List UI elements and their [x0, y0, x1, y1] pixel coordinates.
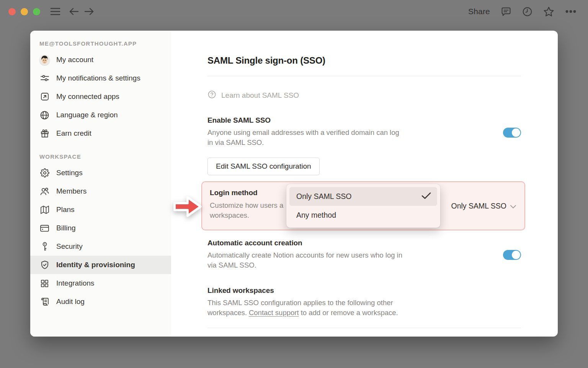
sidebar-item-my-account[interactable]: My account: [30, 51, 171, 69]
scroll-icon: [39, 297, 50, 307]
sidebar-item-label: My notifications & settings: [56, 74, 140, 82]
dropdown-option-only-saml-sso[interactable]: Only SAML SSO: [289, 187, 437, 206]
sidebar-item-settings[interactable]: Settings: [30, 164, 171, 182]
sidebar-item-integrations[interactable]: Integrations: [30, 274, 171, 292]
edit-saml-config-button[interactable]: Edit SAML SSO configuration: [207, 158, 320, 175]
checkmark-icon: [421, 192, 431, 201]
arrow-up-right-box-icon: [39, 92, 50, 102]
map-icon: [39, 205, 50, 215]
share-button[interactable]: Share: [468, 7, 490, 16]
sliders-icon: [39, 73, 50, 84]
login-method-section: Login method Customize how users a works…: [201, 181, 525, 230]
sidebar-item-identity-provisioning[interactable]: Identity & provisioning: [30, 256, 171, 274]
comments-icon[interactable]: [501, 6, 511, 17]
sidebar-item-label: Settings: [56, 169, 83, 177]
login-method-dropdown: Only SAML SSO Any method: [286, 184, 440, 228]
divider: [207, 76, 521, 76]
page-title: SAML Single sign-on (SSO): [207, 55, 521, 66]
sidebar-item-label: Audit log: [56, 297, 85, 306]
grid-icon: [39, 278, 50, 289]
automatic-account-creation-section: Automatic account creation Automatically…: [207, 239, 521, 270]
sidebar-item-label: Security: [56, 242, 83, 251]
sidebar-item-label: Integrations: [56, 279, 94, 288]
favorite-star-icon[interactable]: [543, 6, 554, 17]
workspace-caption: WORKSPACE: [30, 153, 171, 160]
sidebar-item-label: Billing: [56, 224, 76, 232]
sidebar-item-label: Plans: [56, 205, 75, 214]
toggle-knob: [512, 251, 520, 259]
forward-arrow-icon[interactable]: [84, 7, 94, 16]
sidebar-item-label: My account: [56, 56, 93, 64]
sidebar-item-label: Members: [56, 187, 87, 196]
toggle-knob: [512, 128, 520, 137]
credit-card-icon: [39, 223, 50, 233]
divider: [207, 328, 521, 328]
zoom-window-button[interactable]: [33, 8, 40, 15]
close-window-button[interactable]: [8, 8, 16, 15]
user-avatar: [39, 55, 50, 65]
chevron-down-icon: [510, 202, 516, 211]
shield-check-icon: [39, 260, 50, 270]
sidebar-item-label: Earn credit: [56, 129, 91, 138]
account-email-caption: ME@TOOLSFORTHOUGHT.APP: [30, 40, 171, 47]
help-circle-icon: [207, 90, 216, 101]
sidebar-item-earn-credit[interactable]: Earn credit: [30, 124, 171, 143]
gift-icon: [39, 128, 50, 139]
window-titlebar: Share: [0, 0, 588, 23]
minimize-window-button[interactable]: [21, 8, 28, 15]
back-arrow-icon[interactable]: [69, 7, 79, 16]
gear-icon: [39, 168, 50, 178]
enable-saml-toggle[interactable]: [503, 128, 521, 138]
sidebar-item-audit-log[interactable]: Audit log: [30, 292, 171, 311]
sidebar-item-label: Language & region: [56, 111, 118, 119]
key-icon: [39, 242, 50, 252]
members-icon: [39, 186, 50, 197]
sidebar-item-label: Identity & provisioning: [56, 261, 135, 269]
red-callout-arrow-icon: [172, 192, 203, 222]
auto-account-description: Automatically create Notion accounts for…: [207, 250, 407, 270]
linked-workspaces-section: Linked workspaces This SAML SSO configur…: [207, 286, 521, 318]
sidebar-item-plans[interactable]: Plans: [30, 200, 171, 219]
enable-saml-section: Enable SAML SSO Anyone using email addre…: [207, 116, 521, 148]
linked-workspaces-description: This SAML SSO configuration applies to t…: [207, 298, 399, 318]
sidebar-item-members[interactable]: Members: [30, 182, 171, 200]
menu-icon[interactable]: [50, 7, 60, 16]
auto-account-toggle[interactable]: [503, 250, 521, 260]
settings-sidebar: ME@TOOLSFORTHOUGHT.APP My account My not…: [30, 31, 171, 337]
sidebar-item-notifications-settings[interactable]: My notifications & settings: [30, 69, 171, 87]
more-options-icon[interactable]: [565, 10, 577, 13]
learn-about-saml-link[interactable]: Learn about SAML SSO: [207, 90, 521, 101]
login-method-select[interactable]: Only SAML SSO: [451, 201, 517, 211]
globe-icon: [39, 110, 50, 120]
sidebar-item-billing[interactable]: Billing: [30, 219, 171, 237]
enable-saml-description: Anyone using email addresses with a veri…: [207, 128, 407, 148]
enable-saml-title: Enable SAML SSO: [207, 116, 521, 125]
history-clock-icon[interactable]: [522, 7, 532, 17]
sidebar-item-language-region[interactable]: Language & region: [30, 106, 171, 124]
sidebar-item-security[interactable]: Security: [30, 237, 171, 256]
linked-workspaces-title: Linked workspaces: [207, 286, 521, 295]
contact-support-link[interactable]: Contact support: [249, 309, 299, 317]
settings-modal: ME@TOOLSFORTHOUGHT.APP My account My not…: [30, 31, 558, 337]
sidebar-item-connected-apps[interactable]: My connected apps: [30, 87, 171, 106]
saml-sso-panel: SAML Single sign-on (SSO) Learn about SA…: [171, 31, 558, 337]
dropdown-option-any-method[interactable]: Any method: [289, 206, 437, 225]
traffic-lights: [8, 8, 40, 15]
sidebar-item-label: My connected apps: [56, 92, 119, 101]
auto-account-title: Automatic account creation: [207, 239, 521, 247]
